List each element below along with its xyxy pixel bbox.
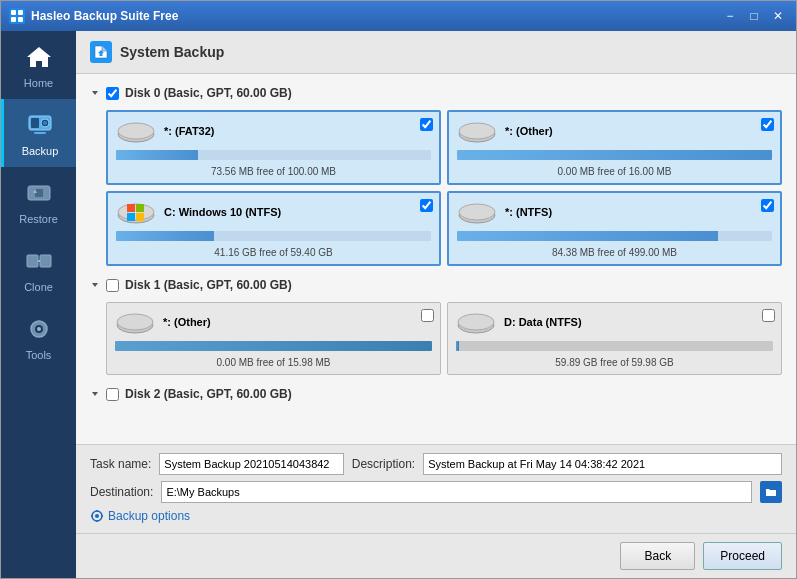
disk-2-label: Disk 2 (Basic, GPT, 60.00 GB): [125, 387, 292, 401]
svg-marker-34: [92, 392, 98, 396]
drive-icon: [456, 309, 496, 335]
destination-row: Destination:: [90, 481, 782, 503]
disk-0-partitions: *: (FAT32) 73.56 MB free of 100.00 MB: [106, 110, 782, 266]
partition-1-0-bar: [115, 341, 432, 351]
folder-icon: [765, 486, 777, 498]
partition-0-0-top: *: (FAT32): [116, 118, 431, 144]
svg-marker-15: [92, 91, 98, 95]
svg-point-31: [117, 314, 153, 330]
partition-0-1: *: (Other) 0.00 MB free of 16.00 MB: [447, 110, 782, 185]
disk-1-checkbox[interactable]: [106, 279, 119, 292]
sidebar-item-home[interactable]: Home: [1, 31, 76, 99]
minimize-button[interactable]: −: [720, 7, 740, 25]
disk-2-expand-icon[interactable]: [90, 389, 100, 399]
sidebar-label-clone: Clone: [24, 281, 53, 293]
partition-1-1-top: D: Data (NTFS): [456, 309, 773, 335]
clone-icon: [23, 245, 55, 277]
svg-point-28: [459, 204, 495, 220]
disk-2-header: Disk 2 (Basic, GPT, 60.00 GB): [90, 383, 782, 405]
partition-0-2-size: 41.16 GB free of 59.40 GB: [116, 247, 431, 258]
disk-1-partitions: *: (Other) 0.00 MB free of 15.98 MB: [106, 302, 782, 375]
drive-icon: [115, 309, 155, 335]
partition-0-2-bar: [116, 231, 214, 241]
bottom-form: Task name: Description: Destination:: [76, 444, 796, 533]
windows-drive-icon: [116, 199, 156, 225]
partition-0-3: *: (NTFS) 84.38 MB free of 499.00 MB: [447, 191, 782, 266]
proceed-button[interactable]: Proceed: [703, 542, 782, 570]
svg-rect-11: [40, 255, 51, 267]
partition-1-1: D: Data (NTFS) 59.89 GB free of 59.98 GB: [447, 302, 782, 375]
action-row: Back Proceed: [76, 533, 796, 578]
svg-rect-5: [31, 118, 39, 128]
main-layout: Home Backup: [1, 31, 796, 578]
disk-0-checkbox[interactable]: [106, 87, 119, 100]
home-icon: [23, 41, 55, 73]
content-header: System Backup: [76, 31, 796, 74]
sidebar-label-backup: Backup: [22, 145, 59, 157]
content-area: System Backup Disk 0 (Basic, GPT, 60.00 …: [76, 31, 796, 578]
partition-0-2-checkbox[interactable]: [420, 199, 433, 212]
partition-0-0-checkbox[interactable]: [420, 118, 433, 131]
maximize-button[interactable]: □: [744, 7, 764, 25]
sidebar-item-tools[interactable]: Tools: [1, 303, 76, 371]
sidebar-item-restore[interactable]: Restore: [1, 167, 76, 235]
svg-point-7: [43, 121, 47, 125]
partition-0-1-bar-container: [457, 150, 772, 160]
partition-1-0-top: *: (Other): [115, 309, 432, 335]
browse-button[interactable]: [760, 481, 782, 503]
task-name-input[interactable]: [159, 453, 343, 475]
sidebar-item-backup[interactable]: Backup: [1, 99, 76, 167]
partition-0-3-checkbox[interactable]: [761, 199, 774, 212]
disk-0-section: Disk 0 (Basic, GPT, 60.00 GB): [90, 82, 782, 266]
partition-0-0-label: *: (FAT32): [164, 125, 215, 137]
partition-0-3-label: *: (NTFS): [505, 206, 552, 218]
destination-input[interactable]: [161, 481, 752, 503]
close-button[interactable]: ✕: [768, 7, 788, 25]
description-label: Description:: [352, 457, 415, 471]
partition-0-1-size: 0.00 MB free of 16.00 MB: [457, 166, 772, 177]
disk-0-expand-icon[interactable]: [90, 88, 100, 98]
disk-1-header: Disk 1 (Basic, GPT, 60.00 GB): [90, 274, 782, 296]
title-bar: Hasleo Backup Suite Free − □ ✕: [1, 1, 796, 31]
window-controls: − □ ✕: [720, 7, 788, 25]
sidebar-item-clone[interactable]: Clone: [1, 235, 76, 303]
svg-point-20: [459, 123, 495, 139]
partition-1-1-bar-container: [456, 341, 773, 351]
partition-1-0-checkbox[interactable]: [421, 309, 434, 322]
svg-point-14: [37, 327, 41, 331]
svg-point-33: [458, 314, 494, 330]
partition-0-1-checkbox[interactable]: [761, 118, 774, 131]
disk-1-expand-icon[interactable]: [90, 280, 100, 290]
svg-marker-29: [92, 283, 98, 287]
disk-list: Disk 0 (Basic, GPT, 60.00 GB): [76, 74, 796, 444]
partition-1-0: *: (Other) 0.00 MB free of 15.98 MB: [106, 302, 441, 375]
description-input[interactable]: [423, 453, 782, 475]
svg-rect-23: [127, 204, 135, 212]
svg-rect-3: [18, 17, 23, 22]
drive-icon: [116, 118, 156, 144]
partition-1-1-label: D: Data (NTFS): [504, 316, 582, 328]
app-icon: [9, 8, 25, 24]
partition-0-2-top: C: Windows 10 (NTFS): [116, 199, 431, 225]
disk-0-header: Disk 0 (Basic, GPT, 60.00 GB): [90, 82, 782, 104]
partition-1-1-checkbox[interactable]: [762, 309, 775, 322]
partition-0-2-label: C: Windows 10 (NTFS): [164, 206, 281, 218]
restore-icon: [23, 177, 55, 209]
partition-1-1-bar: [456, 341, 459, 351]
sidebar: Home Backup: [1, 31, 76, 578]
partition-0-0-bar: [116, 150, 198, 160]
task-name-row: Task name: Description:: [90, 453, 782, 475]
drive-icon: [457, 118, 497, 144]
back-button[interactable]: Back: [620, 542, 695, 570]
backup-options-link[interactable]: Backup options: [90, 507, 782, 525]
drive-icon: [457, 199, 497, 225]
partition-1-1-size: 59.89 GB free of 59.98 GB: [456, 357, 773, 368]
svg-rect-24: [136, 204, 144, 212]
svg-rect-10: [27, 255, 38, 267]
tools-icon: [23, 313, 55, 345]
partition-0-0-size: 73.56 MB free of 100.00 MB: [116, 166, 431, 177]
svg-point-36: [95, 514, 99, 518]
disk-0-label: Disk 0 (Basic, GPT, 60.00 GB): [125, 86, 292, 100]
disk-2-checkbox[interactable]: [106, 388, 119, 401]
partition-0-3-bar: [457, 231, 718, 241]
